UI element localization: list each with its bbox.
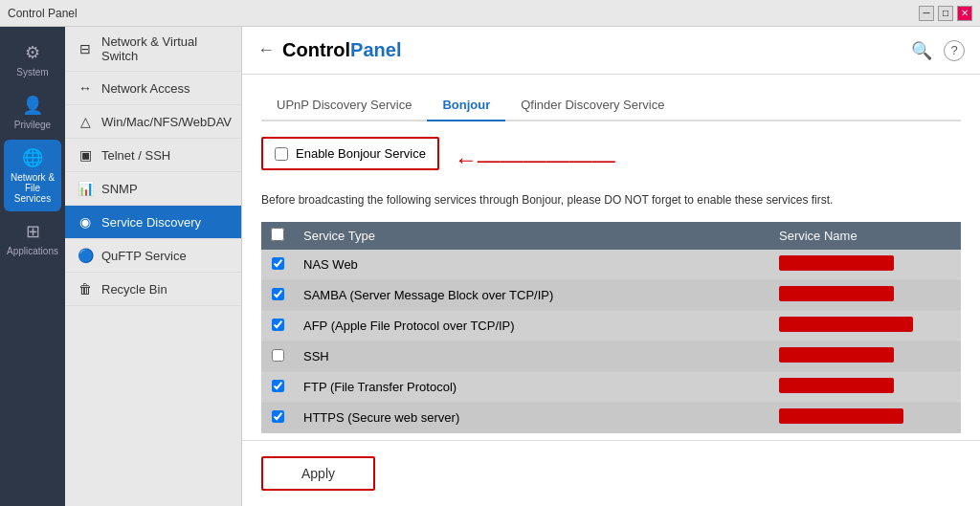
- tab-upnp[interactable]: UPnP Discovery Service: [261, 90, 427, 121]
- network-icon: 🌐: [22, 147, 43, 168]
- table-row: HTTPS (Secure web server): [261, 403, 961, 433]
- row-checkbox-cell: [261, 372, 294, 403]
- table-row: SAMBA (Server Message Block over TCP/IP): [261, 280, 961, 311]
- sidebar-item-applications-label: Applications: [7, 246, 58, 256]
- nav-item-network-access[interactable]: ↔ Network Access: [65, 72, 241, 105]
- search-button[interactable]: 🔍: [911, 40, 932, 61]
- nav-item-telnet-ssh[interactable]: ▣ Telnet / SSH: [65, 139, 241, 172]
- main-area: ← ControlPanel 🔍 ? UPnP Discovery Servic…: [242, 27, 980, 506]
- enable-bonjour-row: Enable Bonjour Service: [261, 137, 439, 170]
- service-name-cell: [769, 250, 961, 280]
- service-name-cell: [769, 341, 961, 372]
- service-table: Service Type Service Name NAS WebSAMBA (…: [261, 222, 961, 433]
- nav-item-quftp[interactable]: 🔵 QuFTP Service: [65, 239, 241, 273]
- gear-icon: ⚙: [25, 42, 40, 63]
- service-name-redacted: [779, 408, 903, 424]
- titlebar-title: Control Panel: [8, 7, 78, 20]
- row-checkbox[interactable]: [272, 349, 284, 362]
- service-name-redacted: [779, 317, 913, 332]
- service-name-redacted: [779, 286, 894, 301]
- quftp-icon: 🔵: [77, 247, 94, 264]
- service-name-cell: [769, 372, 961, 403]
- nav-item-network-virtual-switch[interactable]: ⊟ Network & Virtual Switch: [65, 27, 241, 72]
- user-icon: 👤: [22, 95, 43, 116]
- service-type-cell: NAS Web: [294, 250, 769, 280]
- row-checkbox-cell: [261, 311, 294, 341]
- tab-bar: UPnP Discovery Service Bonjour Qfinder D…: [261, 90, 961, 121]
- app-container: ⚙ System 👤 Privilege 🌐 Network & File Se…: [0, 27, 980, 506]
- row-checkbox[interactable]: [272, 380, 284, 392]
- row-checkbox[interactable]: [272, 319, 284, 331]
- win-mac-icon: △: [77, 113, 94, 130]
- telnet-ssh-icon: ▣: [77, 146, 94, 164]
- service-name-cell: [769, 311, 961, 341]
- service-type-cell: SAMBA (Server Message Block over TCP/IP): [294, 280, 769, 311]
- enable-bonjour-checkbox[interactable]: [275, 147, 288, 161]
- nav-item-win-mac-nfs[interactable]: △ Win/Mac/NFS/WebDAV: [65, 105, 241, 139]
- title-plain: Control: [282, 39, 350, 60]
- nav-item-service-discovery[interactable]: ◉ Service Discovery: [65, 206, 241, 239]
- nav-item-snmp[interactable]: 📊 SNMP: [65, 172, 241, 206]
- service-discovery-icon: ◉: [77, 213, 94, 231]
- service-name-redacted: [779, 378, 894, 393]
- service-name-cell: [769, 280, 961, 311]
- row-checkbox[interactable]: [272, 410, 284, 423]
- snmp-icon: 📊: [77, 180, 94, 197]
- app-header: ← ControlPanel 🔍 ?: [242, 27, 980, 75]
- page-title: ControlPanel: [282, 39, 401, 61]
- sidebar-item-applications[interactable]: ⊞ Applications: [4, 213, 61, 264]
- maximize-button[interactable]: □: [938, 6, 953, 21]
- table-header-row: Service Type Service Name: [261, 222, 961, 250]
- table-header-service-name: Service Name: [769, 222, 961, 250]
- sidebar-item-privilege[interactable]: 👤 Privilege: [4, 87, 61, 138]
- minimize-button[interactable]: ─: [919, 6, 934, 21]
- bonjour-description: Before broadcasting the following servic…: [261, 193, 961, 207]
- annotation-row: Enable Bonjour Service ←——————: [261, 137, 961, 182]
- icon-sidebar: ⚙ System 👤 Privilege 🌐 Network & File Se…: [0, 27, 65, 506]
- sidebar-item-system-label: System: [16, 67, 48, 77]
- header-actions: 🔍 ?: [911, 40, 965, 61]
- table-row: SSH: [261, 341, 961, 372]
- network-access-icon: ↔: [77, 79, 94, 97]
- row-checkbox-cell: [261, 403, 294, 433]
- row-checkbox-cell: [261, 280, 294, 311]
- row-checkbox[interactable]: [272, 288, 284, 300]
- back-button[interactable]: ←: [257, 40, 275, 60]
- title-accent: Panel: [350, 39, 401, 60]
- content-area: UPnP Discovery Service Bonjour Qfinder D…: [242, 75, 980, 440]
- table-row: NAS Web: [261, 250, 961, 280]
- service-table-body: NAS WebSAMBA (Server Message Block over …: [261, 250, 961, 433]
- table-header-checkbox: [261, 222, 294, 250]
- recycle-bin-icon: 🗑: [77, 280, 94, 297]
- help-button[interactable]: ?: [944, 40, 965, 61]
- row-checkbox[interactable]: [272, 257, 284, 270]
- service-name-redacted: [779, 255, 894, 271]
- table-row: AFP (Apple File Protocol over TCP/IP): [261, 311, 961, 341]
- titlebar-controls[interactable]: ─ □ ✕: [919, 6, 972, 21]
- table-row: FTP (File Transfer Protocol): [261, 372, 961, 403]
- sidebar-item-system[interactable]: ⚙ System: [4, 34, 61, 85]
- row-checkbox-cell: [261, 341, 294, 372]
- service-type-cell: HTTPS (Secure web server): [294, 403, 769, 433]
- network-virtual-switch-icon: ⊟: [77, 40, 94, 57]
- tab-bonjour[interactable]: Bonjour: [427, 90, 505, 121]
- select-all-checkbox[interactable]: [271, 228, 284, 241]
- footer: Apply: [242, 440, 980, 506]
- service-name-cell: [769, 403, 961, 433]
- nav-sidebar: ⊟ Network & Virtual Switch ↔ Network Acc…: [65, 27, 242, 506]
- tab-qfinder[interactable]: Qfinder Discovery Service: [505, 90, 679, 121]
- enable-bonjour-label: Enable Bonjour Service: [296, 146, 426, 161]
- close-button[interactable]: ✕: [957, 6, 972, 21]
- service-type-cell: FTP (File Transfer Protocol): [294, 372, 769, 403]
- apps-icon: ⊞: [26, 221, 40, 242]
- nav-item-recycle-bin[interactable]: 🗑 Recycle Bin: [65, 273, 241, 306]
- annotation-arrow: ←——————: [455, 146, 615, 173]
- sidebar-item-network-label: Network & File Services: [8, 172, 57, 204]
- service-name-redacted: [779, 347, 894, 363]
- sidebar-item-network-file-services[interactable]: 🌐 Network & File Services: [4, 140, 61, 211]
- sidebar-item-privilege-label: Privilege: [14, 120, 51, 130]
- apply-button[interactable]: Apply: [261, 456, 375, 491]
- row-checkbox-cell: [261, 250, 294, 280]
- titlebar: Control Panel ─ □ ✕: [0, 0, 980, 27]
- service-type-cell: SSH: [294, 341, 769, 372]
